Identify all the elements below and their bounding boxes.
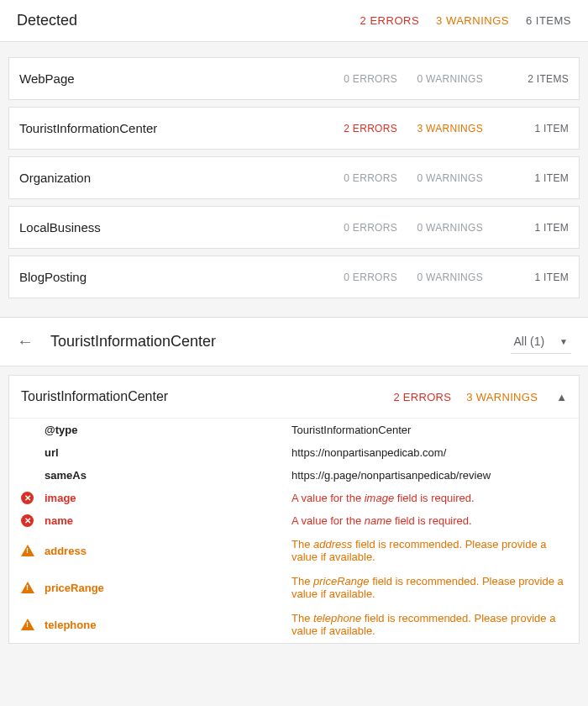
- type-card-title: Organization: [19, 171, 312, 185]
- type-card-items: 1 ITEM: [500, 222, 569, 234]
- chevron-up-icon: ▲: [556, 391, 567, 403]
- detail-header: ← TouristInformationCenter All (1) ▼: [0, 317, 588, 366]
- property-icon-slot: [21, 619, 39, 630]
- property-row: telephoneThe telephone field is recommen…: [9, 606, 579, 643]
- property-value: TouristInformationCenter: [291, 424, 567, 436]
- type-card-items: 1 ITEM: [500, 123, 569, 134]
- property-value: https://g.page/nonpartisanpedicab/review: [291, 469, 567, 482]
- chevron-down-icon: ▼: [559, 337, 568, 346]
- property-name: sameAs: [39, 469, 291, 482]
- type-card-title: TouristInformationCenter: [19, 121, 312, 135]
- type-cards-list: WebPage0 ERRORS0 WARNINGS2 ITEMSTouristI…: [0, 42, 588, 313]
- property-row: priceRangeThe priceRange field is recomm…: [9, 569, 579, 606]
- property-value: The telephone field is recommended. Plea…: [291, 612, 567, 637]
- back-arrow-icon[interactable]: ←: [17, 332, 34, 351]
- type-card-title: LocalBusiness: [19, 220, 312, 234]
- summary-header: Detected 2 ERRORS 3 WARNINGS 6 ITEMS: [0, 0, 588, 42]
- type-card[interactable]: TouristInformationCenter2 ERRORS3 WARNIN…: [8, 107, 580, 150]
- property-name: name: [39, 514, 291, 527]
- error-icon: ✕: [21, 514, 34, 527]
- detail-card-header[interactable]: TouristInformationCenter 2 ERRORS 3 WARN…: [9, 376, 579, 419]
- error-icon: ✕: [21, 492, 34, 504]
- property-value: The priceRange field is recommended. Ple…: [291, 575, 567, 600]
- warning-icon: [21, 619, 34, 630]
- property-value: A value for the name field is required.: [291, 514, 567, 527]
- type-card[interactable]: Organization0 ERRORS0 WARNINGS1 ITEM: [8, 156, 580, 199]
- filter-dropdown[interactable]: All (1) ▼: [511, 329, 571, 354]
- type-card-items: 2 ITEMS: [500, 73, 569, 85]
- property-row: @typeTouristInformationCenter: [9, 419, 579, 441]
- summary-warnings: 3 WARNINGS: [436, 14, 509, 27]
- detail-body: TouristInformationCenter 2 ERRORS 3 WARN…: [0, 366, 588, 652]
- property-row: ✕nameA value for the name field is requi…: [9, 509, 579, 532]
- property-value: https://nonpartisanpedicab.com/: [291, 446, 567, 459]
- property-icon-slot: ✕: [21, 492, 39, 504]
- summary-title: Detected: [17, 12, 344, 29]
- property-value: A value for the image field is required.: [291, 492, 567, 504]
- detail-card-title: TouristInformationCenter: [21, 389, 378, 404]
- summary-items: 6 ITEMS: [526, 14, 571, 27]
- type-card[interactable]: LocalBusiness0 ERRORS0 WARNINGS1 ITEM: [8, 206, 580, 249]
- type-card-warnings: 0 WARNINGS: [414, 271, 483, 283]
- property-row: sameAshttps://g.page/nonpartisanpedicab/…: [9, 464, 579, 487]
- property-row: ✕imageA value for the image field is req…: [9, 487, 579, 509]
- type-card-errors: 0 ERRORS: [328, 271, 397, 283]
- property-row: urlhttps://nonpartisanpedicab.com/: [9, 441, 579, 464]
- warning-icon: [21, 582, 34, 593]
- summary-errors: 2 ERRORS: [360, 14, 419, 27]
- type-card-warnings: 0 WARNINGS: [414, 73, 483, 85]
- type-card-warnings: 0 WARNINGS: [414, 172, 483, 184]
- type-card[interactable]: BlogPosting0 ERRORS0 WARNINGS1 ITEM: [8, 256, 580, 298]
- warning-icon: [21, 545, 34, 556]
- type-card-errors: 0 ERRORS: [328, 172, 397, 184]
- filter-label: All (1): [514, 335, 545, 348]
- property-name: priceRange: [39, 582, 291, 594]
- type-card-title: WebPage: [19, 71, 312, 86]
- type-card-warnings: 3 WARNINGS: [414, 123, 483, 134]
- detail-title: TouristInformationCenter: [50, 333, 511, 350]
- property-icon-slot: [21, 582, 39, 593]
- type-card-errors: 2 ERRORS: [328, 123, 397, 134]
- property-name: url: [39, 446, 291, 459]
- property-icon-slot: ✕: [21, 514, 39, 527]
- type-card-title: BlogPosting: [19, 270, 312, 284]
- type-card[interactable]: WebPage0 ERRORS0 WARNINGS2 ITEMS: [8, 57, 580, 100]
- type-card-items: 1 ITEM: [500, 172, 569, 184]
- type-card-errors: 0 ERRORS: [328, 222, 397, 234]
- detail-card-warnings: 3 WARNINGS: [466, 391, 538, 403]
- properties-list: @typeTouristInformationCenterurlhttps://…: [9, 419, 579, 643]
- type-card-warnings: 0 WARNINGS: [414, 222, 483, 234]
- property-row: addressThe address field is recommended.…: [9, 532, 579, 569]
- property-icon-slot: [21, 545, 39, 556]
- property-name: telephone: [39, 619, 291, 631]
- type-card-items: 1 ITEM: [500, 271, 569, 283]
- type-card-errors: 0 ERRORS: [328, 73, 397, 85]
- property-name: @type: [39, 424, 291, 436]
- property-name: image: [39, 492, 291, 504]
- detail-card: TouristInformationCenter 2 ERRORS 3 WARN…: [8, 375, 580, 644]
- property-name: address: [39, 545, 291, 557]
- property-value: The address field is recommended. Please…: [291, 538, 567, 563]
- detail-card-errors: 2 ERRORS: [393, 391, 451, 403]
